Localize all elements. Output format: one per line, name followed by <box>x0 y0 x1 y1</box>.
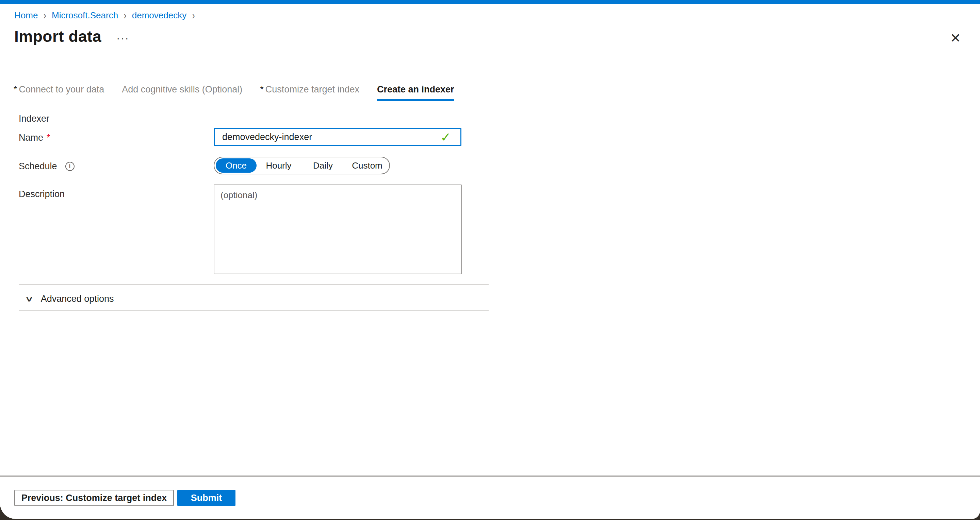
submit-button[interactable]: Submit <box>177 490 235 506</box>
schedule-option-custom[interactable]: Custom <box>345 158 389 173</box>
breadcrumb-separator-icon: › <box>43 9 46 22</box>
schedule-toggle-group: Once Hourly Daily Custom <box>214 157 390 174</box>
description-label: Description <box>19 189 65 200</box>
info-icon[interactable]: i <box>65 162 75 171</box>
divider <box>19 284 488 285</box>
tab-label: Customize target index <box>266 84 360 95</box>
tab-required-marker: * <box>260 84 264 95</box>
breadcrumb-microsoft-search-link[interactable]: Microsoft.Search <box>52 10 118 21</box>
schedule-label: Schedule i <box>19 161 75 172</box>
tab-add-cognitive-skills[interactable]: Add cognitive skills (Optional) <box>122 84 242 101</box>
footer-divider <box>0 476 980 477</box>
import-data-panel: Home › Microsoft.Search › demovedecky › … <box>0 0 980 519</box>
tab-required-marker: * <box>14 84 18 95</box>
chevron-down-icon: ∨ <box>24 294 34 304</box>
advanced-options-label: Advanced options <box>41 294 114 304</box>
tab-label: Connect to your data <box>19 84 105 95</box>
name-label-text: Name <box>19 133 43 143</box>
schedule-option-daily[interactable]: Daily <box>301 158 345 173</box>
breadcrumb-home-link[interactable]: Home <box>14 10 38 21</box>
schedule-option-once[interactable]: Once <box>216 159 256 173</box>
tab-customize-target-index[interactable]: * Customize target index <box>260 84 360 101</box>
breadcrumb-demovedecky-link[interactable]: demovedecky <box>132 10 186 21</box>
close-icon[interactable]: ✕ <box>947 29 964 47</box>
wizard-tabs: * Connect to your data Add cognitive ski… <box>14 84 454 101</box>
description-label-text: Description <box>19 189 65 200</box>
indexer-section-title: Indexer <box>19 114 49 124</box>
page-title: Import data <box>14 27 102 46</box>
tab-connect-to-your-data[interactable]: * Connect to your data <box>14 84 104 101</box>
description-textarea[interactable] <box>214 185 462 274</box>
tab-label: Add cognitive skills (Optional) <box>122 84 242 95</box>
advanced-options-toggle[interactable]: ∨ Advanced options <box>26 292 114 306</box>
tab-label: Create an indexer <box>377 84 454 95</box>
previous-step-button[interactable]: Previous: Customize target index <box>14 490 174 506</box>
name-required-marker: * <box>47 133 50 143</box>
tab-create-an-indexer[interactable]: Create an indexer <box>377 84 454 101</box>
azure-top-accent-bar <box>0 0 980 4</box>
indexer-name-input[interactable] <box>214 128 461 146</box>
breadcrumb-separator-icon: › <box>124 9 127 22</box>
divider <box>19 310 488 311</box>
breadcrumb-separator-icon: › <box>192 9 195 22</box>
schedule-option-hourly[interactable]: Hourly <box>256 158 301 173</box>
breadcrumb: Home › Microsoft.Search › demovedecky › <box>14 10 195 21</box>
more-options-icon[interactable]: ··· <box>116 31 129 45</box>
name-label: Name * <box>19 133 50 143</box>
schedule-label-text: Schedule <box>19 161 57 172</box>
